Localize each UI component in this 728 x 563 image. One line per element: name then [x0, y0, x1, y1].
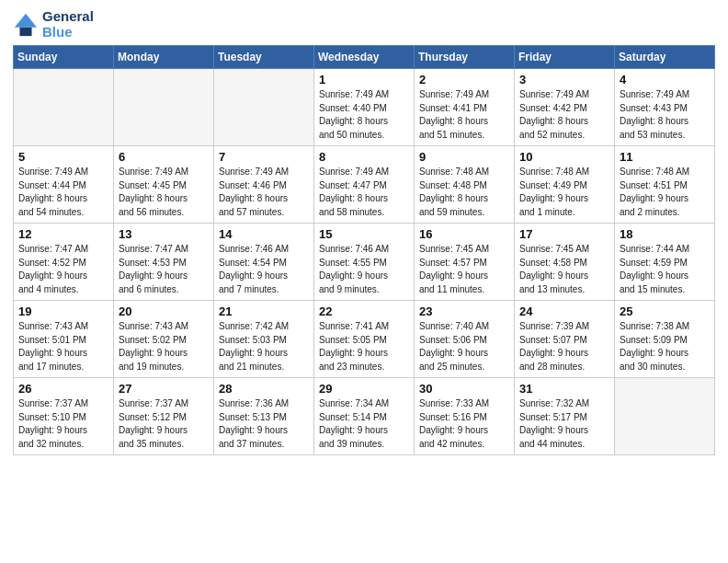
page: General Blue SundayMondayTuesdayWednesda…: [0, 0, 728, 563]
calendar-cell: 15Sunrise: 7:46 AM Sunset: 4:55 PM Dayli…: [314, 224, 415, 301]
calendar-cell: 13Sunrise: 7:47 AM Sunset: 4:53 PM Dayli…: [114, 224, 214, 301]
day-info: Sunrise: 7:41 AM Sunset: 5:05 PM Dayligh…: [319, 320, 409, 373]
day-info: Sunrise: 7:49 AM Sunset: 4:44 PM Dayligh…: [18, 166, 108, 219]
calendar-cell: [14, 69, 114, 146]
day-number: 4: [620, 73, 710, 86]
calendar-cell: 25Sunrise: 7:38 AM Sunset: 5:09 PM Dayli…: [615, 301, 715, 378]
calendar-week-4: 26Sunrise: 7:37 AM Sunset: 5:10 PM Dayli…: [14, 378, 715, 455]
day-number: 26: [18, 382, 108, 396]
weekday-friday: Friday: [515, 46, 615, 69]
day-number: 19: [18, 304, 108, 318]
day-info: Sunrise: 7:37 AM Sunset: 5:12 PM Dayligh…: [119, 397, 209, 451]
calendar-cell: 18Sunrise: 7:44 AM Sunset: 4:59 PM Dayli…: [615, 224, 715, 301]
day-number: 25: [620, 304, 710, 318]
calendar-body: 1Sunrise: 7:49 AM Sunset: 4:40 PM Daylig…: [14, 69, 715, 455]
day-number: 7: [219, 150, 309, 164]
day-number: 30: [419, 382, 509, 396]
day-info: Sunrise: 7:48 AM Sunset: 4:51 PM Dayligh…: [620, 166, 710, 219]
weekday-sunday: Sunday: [14, 46, 114, 69]
calendar-cell: 3Sunrise: 7:49 AM Sunset: 4:42 PM Daylig…: [515, 69, 615, 146]
calendar-cell: 7Sunrise: 7:49 AM Sunset: 4:46 PM Daylig…: [214, 146, 314, 224]
day-number: 2: [419, 73, 509, 86]
day-info: Sunrise: 7:45 AM Sunset: 4:58 PM Dayligh…: [519, 243, 609, 296]
day-number: 5: [18, 150, 108, 164]
calendar-cell: 24Sunrise: 7:39 AM Sunset: 5:07 PM Dayli…: [515, 301, 615, 378]
day-number: 23: [419, 304, 509, 318]
day-info: Sunrise: 7:48 AM Sunset: 4:49 PM Dayligh…: [519, 166, 609, 219]
calendar-cell: 19Sunrise: 7:43 AM Sunset: 5:01 PM Dayli…: [14, 301, 114, 378]
logo-text: General Blue: [42, 9, 94, 40]
calendar-cell: 16Sunrise: 7:45 AM Sunset: 4:57 PM Dayli…: [415, 224, 515, 301]
calendar-week-1: 5Sunrise: 7:49 AM Sunset: 4:44 PM Daylig…: [14, 146, 715, 224]
day-info: Sunrise: 7:39 AM Sunset: 5:07 PM Dayligh…: [519, 320, 609, 373]
weekday-tuesday: Tuesday: [214, 46, 314, 69]
calendar-cell: 27Sunrise: 7:37 AM Sunset: 5:12 PM Dayli…: [114, 378, 214, 455]
calendar-cell: 23Sunrise: 7:40 AM Sunset: 5:06 PM Dayli…: [415, 301, 515, 378]
day-number: 13: [119, 227, 209, 241]
day-info: Sunrise: 7:49 AM Sunset: 4:46 PM Dayligh…: [219, 166, 309, 219]
calendar-week-3: 19Sunrise: 7:43 AM Sunset: 5:01 PM Dayli…: [14, 301, 715, 378]
calendar-cell: 28Sunrise: 7:36 AM Sunset: 5:13 PM Dayli…: [214, 378, 314, 455]
day-number: 20: [119, 304, 209, 318]
day-info: Sunrise: 7:49 AM Sunset: 4:47 PM Dayligh…: [319, 166, 409, 219]
calendar-cell: 11Sunrise: 7:48 AM Sunset: 4:51 PM Dayli…: [615, 146, 715, 224]
calendar-week-2: 12Sunrise: 7:47 AM Sunset: 4:52 PM Dayli…: [14, 224, 715, 301]
day-info: Sunrise: 7:48 AM Sunset: 4:48 PM Dayligh…: [419, 166, 509, 219]
calendar-header: SundayMondayTuesdayWednesdayThursdayFrid…: [14, 46, 715, 69]
day-info: Sunrise: 7:49 AM Sunset: 4:45 PM Dayligh…: [119, 166, 209, 219]
calendar-cell: 26Sunrise: 7:37 AM Sunset: 5:10 PM Dayli…: [14, 378, 114, 455]
calendar-cell: 20Sunrise: 7:43 AM Sunset: 5:02 PM Dayli…: [114, 301, 214, 378]
logo-icon: [13, 12, 39, 38]
day-number: 15: [319, 227, 409, 241]
day-info: Sunrise: 7:33 AM Sunset: 5:16 PM Dayligh…: [419, 397, 509, 451]
day-number: 24: [519, 304, 609, 318]
day-number: 8: [319, 150, 409, 164]
day-info: Sunrise: 7:40 AM Sunset: 5:06 PM Dayligh…: [419, 320, 509, 373]
day-number: 21: [219, 304, 309, 318]
calendar-cell: 21Sunrise: 7:42 AM Sunset: 5:03 PM Dayli…: [214, 301, 314, 378]
calendar-cell: [114, 69, 214, 146]
svg-rect-1: [19, 27, 31, 35]
day-number: 1: [319, 73, 409, 86]
day-number: 18: [620, 227, 710, 241]
day-number: 11: [620, 150, 710, 164]
day-number: 3: [519, 73, 609, 86]
weekday-wednesday: Wednesday: [314, 46, 415, 69]
day-info: Sunrise: 7:45 AM Sunset: 4:57 PM Dayligh…: [419, 243, 509, 296]
day-info: Sunrise: 7:42 AM Sunset: 5:03 PM Dayligh…: [219, 320, 309, 373]
day-info: Sunrise: 7:47 AM Sunset: 4:53 PM Dayligh…: [119, 243, 209, 296]
day-info: Sunrise: 7:43 AM Sunset: 5:01 PM Dayligh…: [18, 320, 108, 373]
day-number: 17: [519, 227, 609, 241]
day-info: Sunrise: 7:44 AM Sunset: 4:59 PM Dayligh…: [620, 243, 710, 296]
calendar-cell: 22Sunrise: 7:41 AM Sunset: 5:05 PM Dayli…: [314, 301, 415, 378]
calendar-cell: 5Sunrise: 7:49 AM Sunset: 4:44 PM Daylig…: [14, 146, 114, 224]
header: General Blue: [13, 9, 715, 40]
calendar-cell: [615, 378, 715, 455]
day-number: 10: [519, 150, 609, 164]
calendar-cell: [214, 69, 314, 146]
day-info: Sunrise: 7:46 AM Sunset: 4:55 PM Dayligh…: [319, 243, 409, 296]
day-info: Sunrise: 7:32 AM Sunset: 5:17 PM Dayligh…: [519, 397, 609, 451]
day-info: Sunrise: 7:46 AM Sunset: 4:54 PM Dayligh…: [219, 243, 309, 296]
day-number: 12: [18, 227, 108, 241]
calendar-cell: 12Sunrise: 7:47 AM Sunset: 4:52 PM Dayli…: [14, 224, 114, 301]
day-number: 29: [319, 382, 409, 396]
weekday-monday: Monday: [114, 46, 214, 69]
calendar-cell: 29Sunrise: 7:34 AM Sunset: 5:14 PM Dayli…: [314, 378, 415, 455]
day-info: Sunrise: 7:49 AM Sunset: 4:40 PM Dayligh…: [319, 88, 409, 142]
day-info: Sunrise: 7:49 AM Sunset: 4:41 PM Dayligh…: [419, 88, 509, 142]
day-info: Sunrise: 7:34 AM Sunset: 5:14 PM Dayligh…: [319, 397, 409, 451]
day-number: 27: [119, 382, 209, 396]
day-number: 14: [219, 227, 309, 241]
svg-marker-0: [15, 13, 37, 27]
day-number: 28: [219, 382, 309, 396]
calendar-cell: 4Sunrise: 7:49 AM Sunset: 4:43 PM Daylig…: [615, 69, 715, 146]
day-number: 16: [419, 227, 509, 241]
calendar-cell: 6Sunrise: 7:49 AM Sunset: 4:45 PM Daylig…: [114, 146, 214, 224]
calendar-cell: 14Sunrise: 7:46 AM Sunset: 4:54 PM Dayli…: [214, 224, 314, 301]
weekday-thursday: Thursday: [415, 46, 515, 69]
calendar-cell: 10Sunrise: 7:48 AM Sunset: 4:49 PM Dayli…: [515, 146, 615, 224]
calendar-cell: 9Sunrise: 7:48 AM Sunset: 4:48 PM Daylig…: [415, 146, 515, 224]
day-info: Sunrise: 7:38 AM Sunset: 5:09 PM Dayligh…: [620, 320, 710, 373]
calendar-cell: 2Sunrise: 7:49 AM Sunset: 4:41 PM Daylig…: [415, 69, 515, 146]
